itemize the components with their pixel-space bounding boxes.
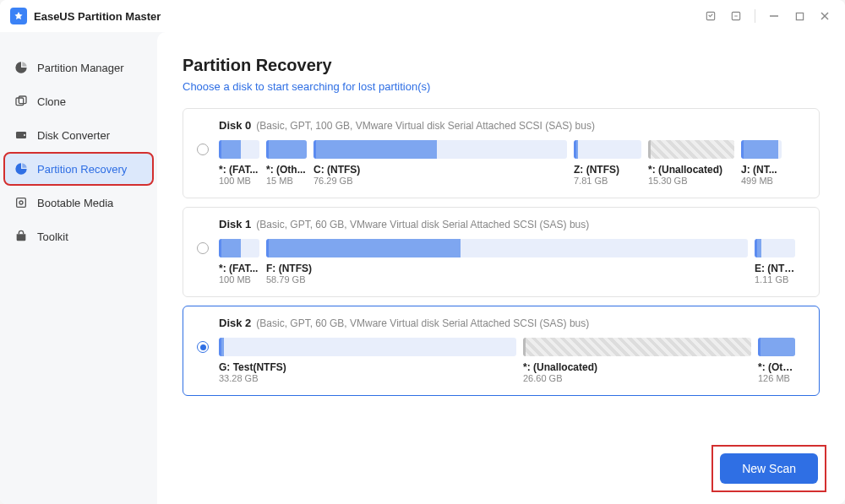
partition-label: Z: (NTFS) — [574, 164, 641, 176]
disk-name: Disk 2 — [219, 317, 251, 329]
recovery-icon — [14, 161, 29, 176]
partition[interactable]: J: (NT...499 MB — [741, 140, 782, 186]
disk-list: Disk 0(Basic, GPT, 100 GB, VMware Virtua… — [183, 108, 820, 396]
svg-rect-7 — [19, 96, 26, 104]
sidebar-item-bootable-media[interactable]: Bootable Media — [5, 187, 152, 218]
partition-label: *: (FAT... — [219, 263, 259, 274]
disk-header: Disk 2(Basic, GPT, 60 GB, VMware Virtual… — [197, 317, 805, 329]
partition-size: 58.79 GB — [266, 274, 748, 285]
partition-bar — [219, 140, 259, 159]
partition-size: 7.81 GB — [574, 176, 641, 186]
partition-bar — [741, 140, 782, 159]
app-icon — [10, 8, 27, 24]
partition-label: *: (FAT... — [219, 164, 259, 176]
partition-label: J: (NT... — [741, 164, 782, 176]
partition-bar — [758, 338, 795, 356]
svg-rect-6 — [16, 98, 24, 106]
clone-icon — [14, 94, 29, 109]
partition-bar — [523, 338, 751, 356]
partition[interactable]: *: (Oth...126 MB — [758, 338, 795, 383]
titlebar: EaseUS Partition Master — [0, 0, 845, 32]
svg-rect-10 — [17, 198, 26, 208]
partition-row: *: (FAT...100 MBF: (NTFS)58.79 GBE: (NTF… — [219, 239, 805, 285]
disk-radio[interactable] — [197, 144, 209, 155]
partition[interactable]: *: (FAT...100 MB — [219, 140, 259, 186]
sidebar-item-label: Disk Converter — [37, 129, 110, 142]
partition-bar — [755, 239, 795, 257]
sidebar: Partition Manager Clone Disk Converter P… — [0, 32, 157, 504]
partition-label: C: (NTFS) — [313, 164, 567, 176]
disk-icon — [14, 127, 29, 143]
partition[interactable]: *: (Oth...15 MB — [266, 140, 307, 186]
sidebar-item-label: Partition Manager — [37, 62, 124, 74]
new-scan-highlight: New Scan — [713, 447, 825, 490]
sidebar-item-label: Toolkit — [37, 230, 68, 243]
tasks-icon[interactable] — [701, 6, 721, 26]
undo-icon[interactable] — [726, 6, 746, 26]
sidebar-item-partition-recovery[interactable]: Partition Recovery — [5, 154, 152, 184]
partition-label: *: (Unallocated) — [648, 164, 734, 176]
maximize-button[interactable] — [789, 6, 810, 26]
usb-icon — [14, 195, 29, 210]
partition[interactable]: Z: (NTFS)7.81 GB — [574, 140, 641, 186]
disk-card[interactable]: Disk 0(Basic, GPT, 100 GB, VMware Virtua… — [183, 108, 820, 198]
page-subtitle: Choose a disk to start searching for los… — [183, 80, 820, 93]
partition-bar — [266, 140, 307, 159]
partition-size: 1.11 GB — [755, 274, 795, 285]
partition[interactable]: E: (NTFS)1.11 GB — [755, 239, 795, 285]
partition-bar — [219, 239, 259, 257]
disk-meta: (Basic, GPT, 60 GB, VMware Virtual disk … — [256, 219, 589, 230]
partition-row: G: Test(NTFS)33.28 GB*: (Unallocated)26.… — [219, 338, 805, 383]
partition[interactable]: *: (Unallocated)26.60 GB — [523, 338, 751, 383]
partition-size: 76.29 GB — [313, 176, 567, 186]
disk-name: Disk 0 — [219, 119, 251, 132]
sidebar-item-toolkit[interactable]: Toolkit — [5, 221, 152, 252]
partition-label: E: (NTFS) — [755, 263, 795, 274]
toolkit-icon — [14, 229, 29, 244]
partition-label: G: Test(NTFS) — [219, 361, 516, 373]
disk-radio[interactable] — [197, 242, 209, 254]
partition[interactable]: *: (FAT...100 MB — [219, 239, 259, 285]
partition-size: 100 MB — [219, 274, 259, 285]
partition-bar — [574, 140, 641, 159]
partition[interactable]: G: Test(NTFS)33.28 GB — [219, 338, 516, 383]
partition-bar — [266, 239, 748, 257]
partition-row: *: (FAT...100 MB*: (Oth...15 MBC: (NTFS)… — [219, 140, 805, 186]
partition[interactable]: *: (Unallocated)15.30 GB — [648, 140, 734, 186]
svg-rect-3 — [796, 13, 803, 19]
disk-radio[interactable] — [197, 341, 209, 353]
sidebar-item-label: Clone — [37, 95, 66, 108]
page-title: Partition Recovery — [183, 56, 820, 75]
main-panel: Partition Recovery Choose a disk to star… — [157, 32, 845, 504]
partition-size: 15.30 GB — [648, 176, 734, 186]
sidebar-item-clone[interactable]: Clone — [5, 86, 152, 117]
svg-point-11 — [19, 201, 23, 204]
partition-label: F: (NTFS) — [266, 263, 748, 274]
sidebar-item-label: Bootable Media — [37, 197, 113, 209]
partition[interactable]: C: (NTFS)76.29 GB — [313, 140, 567, 186]
sidebar-item-partition-manager[interactable]: Partition Manager — [5, 52, 152, 83]
partition-size: 100 MB — [219, 176, 259, 186]
partition-size: 499 MB — [741, 176, 782, 186]
svg-point-9 — [24, 134, 25, 136]
disk-header: Disk 1(Basic, GPT, 60 GB, VMware Virtual… — [197, 218, 805, 230]
disk-meta: (Basic, GPT, 60 GB, VMware Virtual disk … — [256, 317, 589, 329]
sidebar-item-label: Partition Recovery — [37, 163, 127, 176]
partition-bar — [219, 338, 516, 356]
partition-label: *: (Unallocated) — [523, 361, 751, 373]
partition-size: 26.60 GB — [523, 373, 751, 383]
partition-bar — [313, 140, 567, 159]
close-button[interactable] — [815, 6, 835, 26]
minimize-button[interactable] — [764, 6, 784, 26]
disk-card[interactable]: Disk 1(Basic, GPT, 60 GB, VMware Virtual… — [183, 207, 820, 297]
disk-card[interactable]: Disk 2(Basic, GPT, 60 GB, VMware Virtual… — [183, 306, 820, 396]
partition-label: *: (Oth... — [758, 361, 795, 373]
partition-label: *: (Oth... — [266, 164, 307, 176]
new-scan-button[interactable]: New Scan — [720, 453, 818, 484]
disk-meta: (Basic, GPT, 100 GB, VMware Virtual disk… — [256, 120, 595, 132]
partition[interactable]: F: (NTFS)58.79 GB — [266, 239, 748, 285]
pie-icon — [14, 60, 29, 75]
partition-size: 15 MB — [266, 176, 307, 186]
disk-name: Disk 1 — [219, 218, 251, 230]
sidebar-item-disk-converter[interactable]: Disk Converter — [5, 120, 152, 150]
